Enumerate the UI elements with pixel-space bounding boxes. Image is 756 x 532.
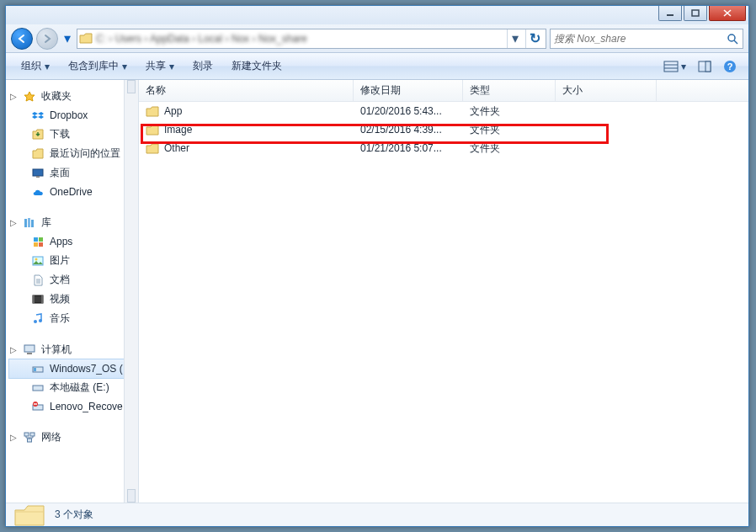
svg-point-23 — [39, 319, 42, 322]
svg-rect-12 — [31, 220, 34, 227]
sidebar-item-dropbox[interactable]: Dropbox — [9, 106, 138, 125]
new-folder-button[interactable]: 新建文件夹 — [223, 56, 290, 77]
column-type[interactable]: 类型 — [463, 80, 556, 101]
file-list: App 01/20/2016 5:43... 文件夹 Image 02/15/2… — [139, 102, 748, 503]
svg-rect-8 — [33, 169, 43, 176]
svg-rect-14 — [39, 237, 43, 242]
maximize-button[interactable] — [684, 6, 707, 21]
toolbar: 组织 ▾ 包含到库中 ▾ 共享 ▾ 刻录 新建文件夹 ▾ ? — [6, 53, 748, 80]
svg-rect-16 — [39, 242, 43, 247]
computer-label: 计算机 — [41, 343, 72, 357]
sidebar-item-recent[interactable]: 最近访问的位置 — [9, 144, 138, 163]
svg-rect-1 — [692, 10, 699, 16]
svg-rect-21 — [41, 295, 43, 303]
download-icon — [31, 128, 45, 141]
recent-icon — [31, 147, 45, 161]
search-box[interactable] — [550, 29, 743, 49]
view-options-button[interactable]: ▾ — [658, 57, 691, 76]
history-dropdown[interactable]: ▾ — [61, 28, 73, 50]
svg-point-2 — [728, 35, 735, 41]
svg-point-18 — [35, 258, 38, 260]
network-label: 网络 — [41, 430, 61, 444]
help-button[interactable]: ? — [718, 56, 742, 77]
column-size[interactable]: 大小 — [556, 80, 657, 101]
collapse-icon[interactable]: ▷ — [9, 218, 18, 227]
sidebar-item-videos[interactable]: 视频 — [9, 290, 138, 309]
network-icon — [23, 431, 36, 444]
apps-icon — [31, 235, 45, 248]
navigation-bar: ▾ C: › Users › AppData › Local › Nox › N… — [6, 24, 748, 53]
favorites-header[interactable]: ▷ 收藏夹 — [9, 87, 138, 106]
folder-icon — [146, 104, 159, 118]
burn-button[interactable]: 刻录 — [184, 56, 221, 77]
star-icon — [23, 90, 36, 104]
svg-rect-34 — [28, 439, 32, 442]
documents-icon — [31, 274, 45, 287]
address-bar[interactable]: C: › Users › AppData › Local › Nox › Nox… — [77, 29, 546, 49]
computer-group: ▷ 计算机 Windows7_OS ( 本地磁盘 (E:) Lenovo_Rec… — [9, 340, 138, 416]
status-text: 3 个对象 — [55, 508, 93, 522]
sidebar-item-pictures[interactable]: 图片 — [9, 251, 138, 270]
preview-pane-button[interactable] — [693, 57, 716, 76]
computer-icon — [23, 343, 36, 357]
close-button[interactable] — [709, 6, 746, 21]
libraries-label: 库 — [41, 215, 51, 230]
drive-icon — [31, 381, 45, 395]
refresh-button[interactable]: ↻ — [525, 29, 544, 48]
collapse-icon[interactable]: ▷ — [9, 92, 18, 101]
sidebar-item-downloads[interactable]: 下载 — [9, 125, 138, 144]
svg-rect-11 — [28, 218, 30, 227]
content-pane: 名称 修改日期 类型 大小 App 01/20/2016 5:43... 文件夹… — [139, 80, 748, 503]
include-in-library-menu[interactable]: 包含到库中 ▾ — [60, 56, 136, 77]
onedrive-icon — [31, 185, 45, 199]
libraries-group: ▷ 库 Apps 图片 文档 视频 音乐 — [9, 213, 138, 328]
svg-rect-3 — [664, 61, 678, 72]
drive-warn-icon — [31, 400, 45, 413]
network-group: ▷ 网络 — [9, 428, 138, 447]
search-input[interactable] — [554, 33, 722, 45]
column-date[interactable]: 修改日期 — [354, 80, 463, 101]
collapse-icon[interactable]: ▷ — [9, 433, 18, 442]
list-item[interactable]: App 01/20/2016 5:43... 文件夹 — [139, 102, 748, 120]
svg-point-22 — [34, 320, 37, 323]
address-dropdown[interactable]: ▾ — [507, 29, 522, 48]
share-menu[interactable]: 共享 ▾ — [137, 56, 183, 77]
music-icon — [31, 312, 45, 326]
column-name[interactable]: 名称 — [139, 80, 354, 101]
sidebar-item-windows7-os[interactable]: Windows7_OS ( — [9, 359, 138, 378]
forward-button[interactable] — [36, 28, 58, 50]
titlebar — [6, 6, 748, 24]
sidebar-item-local-disk-e[interactable]: 本地磁盘 (E:) — [9, 378, 138, 397]
sidebar-item-documents[interactable]: 文档 — [9, 270, 138, 290]
minimize-button[interactable] — [658, 6, 682, 21]
list-item[interactable]: Other 01/21/2016 5:07... 文件夹 — [139, 139, 748, 157]
sidebar-item-apps[interactable]: Apps — [9, 232, 138, 251]
sidebar-item-lenovo-recovery[interactable]: Lenovo_Recove — [9, 397, 138, 416]
address-path: C: › Users › AppData › Local › Nox › Nox… — [96, 33, 503, 45]
svg-rect-33 — [30, 433, 35, 436]
sidebar-scrollbar[interactable] — [124, 80, 138, 503]
folder-icon — [79, 32, 93, 45]
back-button[interactable] — [11, 28, 33, 50]
column-headers: 名称 修改日期 类型 大小 — [139, 80, 748, 102]
libraries-header[interactable]: ▷ 库 — [9, 213, 138, 232]
videos-icon — [31, 293, 45, 306]
sidebar-item-music[interactable]: 音乐 — [9, 309, 138, 328]
list-item[interactable]: Image 02/15/2016 4:39... 文件夹 — [139, 120, 748, 139]
folder-icon — [146, 141, 159, 155]
collapse-icon[interactable]: ▷ — [9, 345, 18, 354]
sidebar-item-desktop[interactable]: 桌面 — [9, 163, 138, 183]
sidebar-item-onedrive[interactable]: OneDrive — [9, 183, 138, 201]
pictures-icon — [31, 254, 45, 268]
desktop-icon — [31, 167, 45, 180]
network-header[interactable]: ▷ 网络 — [9, 428, 138, 447]
navigation-pane: ▷ 收藏夹 Dropbox 下载 最近访问的位置 桌面 OneDrive ▷ 库 — [6, 80, 139, 503]
computer-header[interactable]: ▷ 计算机 — [9, 340, 138, 359]
svg-rect-13 — [34, 237, 38, 242]
organize-menu[interactable]: 组织 ▾ — [13, 56, 58, 77]
svg-rect-20 — [33, 295, 35, 303]
svg-rect-25 — [27, 353, 32, 354]
dropbox-icon — [31, 109, 45, 122]
svg-text:?: ? — [727, 61, 733, 72]
svg-rect-9 — [36, 176, 40, 178]
